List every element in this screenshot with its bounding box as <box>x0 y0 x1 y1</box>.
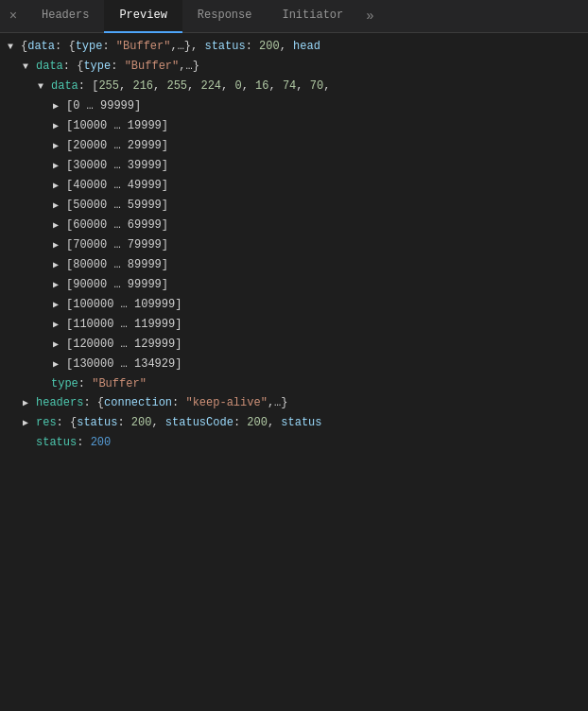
root-node[interactable]: { data : { type : "Buffer" ,…}, status :… <box>0 37 588 57</box>
range-arrow-12[interactable] <box>53 337 66 354</box>
range-arrow-2[interactable] <box>53 138 66 155</box>
range-item-0[interactable]: [0 … 99999] <box>0 96 588 116</box>
range-arrow-5[interactable] <box>53 198 66 215</box>
status-field: status : 200 <box>0 433 588 452</box>
range-item-3[interactable]: [30000 … 39999] <box>0 156 588 176</box>
content-area: { data : { type : "Buffer" ,…}, status :… <box>0 33 588 711</box>
range-arrow-13[interactable] <box>53 356 66 373</box>
range-item-7[interactable]: [70000 … 79999] <box>0 235 588 255</box>
tab-preview[interactable]: Preview <box>104 0 182 33</box>
data-array-arrow[interactable] <box>38 78 51 95</box>
range-arrow-4[interactable] <box>53 178 66 195</box>
tab-overflow[interactable]: » <box>358 9 381 24</box>
close-button[interactable]: × <box>4 7 23 26</box>
range-item-13[interactable]: [130000 … 134929] <box>0 355 588 374</box>
range-arrow-1[interactable] <box>53 118 66 135</box>
range-arrow-10[interactable] <box>53 297 66 314</box>
range-arrow-3[interactable] <box>53 158 66 175</box>
range-item-9[interactable]: [90000 … 99999] <box>0 275 588 295</box>
data-node[interactable]: data : { type : "Buffer" ,…} <box>0 57 588 77</box>
range-arrow-0[interactable] <box>53 98 66 115</box>
range-item-10[interactable]: [100000 … 109999] <box>0 295 588 315</box>
range-arrow-9[interactable] <box>53 277 66 294</box>
range-item-4[interactable]: [40000 … 49999] <box>0 176 588 196</box>
range-item-6[interactable]: [60000 … 69999] <box>0 216 588 235</box>
tab-bar: × Headers Preview Response Initiator » <box>0 0 588 33</box>
range-item-11[interactable]: [110000 … 119999] <box>0 315 588 335</box>
tab-response[interactable]: Response <box>182 0 268 33</box>
data-array-node[interactable]: data : [ 255 , 216 , 255 , 224 , 0 , 16 … <box>0 77 588 96</box>
type-field: type : "Buffer" <box>0 374 588 393</box>
headers-arrow[interactable] <box>23 395 36 412</box>
range-item-5[interactable]: [50000 … 59999] <box>0 196 588 216</box>
tab-headers[interactable]: Headers <box>26 0 104 33</box>
range-item-2[interactable]: [20000 … 29999] <box>0 136 588 156</box>
res-arrow[interactable] <box>23 415 36 432</box>
range-item-1[interactable]: [10000 … 19999] <box>0 116 588 136</box>
data-node-arrow[interactable] <box>23 59 36 76</box>
tab-initiator[interactable]: Initiator <box>267 0 358 33</box>
root-arrow[interactable] <box>8 39 21 56</box>
range-arrow-11[interactable] <box>53 317 66 334</box>
range-arrow-6[interactable] <box>53 217 66 234</box>
range-item-12[interactable]: [120000 … 129999] <box>0 335 588 355</box>
headers-node[interactable]: headers : { connection : "keep-alive" ,…… <box>0 393 588 413</box>
range-arrow-7[interactable] <box>53 237 66 254</box>
range-arrow-8[interactable] <box>53 257 66 274</box>
res-node[interactable]: res : { status : 200 , statusCode : 200 … <box>0 413 588 433</box>
range-item-8[interactable]: [80000 … 89999] <box>0 255 588 275</box>
